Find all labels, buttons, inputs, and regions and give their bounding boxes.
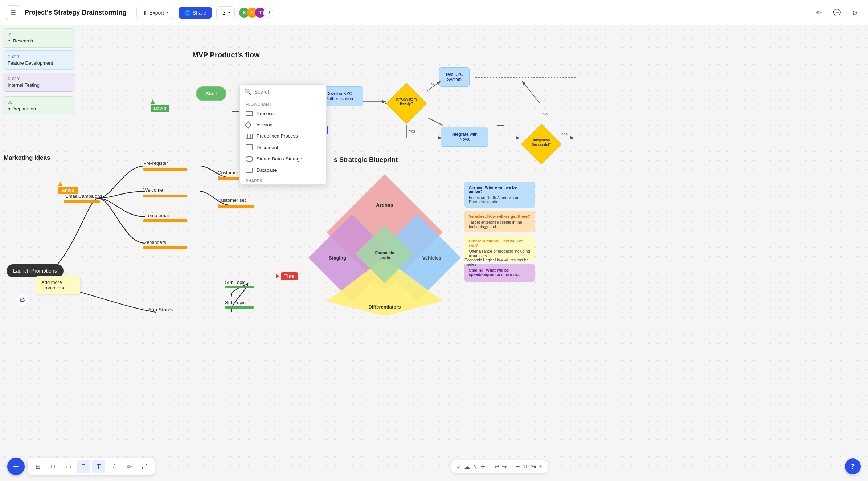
process-icon — [246, 111, 253, 116]
side-card-vehicles: Vehicles: How will we get there? Target … — [464, 211, 535, 232]
svg-line-11 — [427, 82, 440, 91]
svg-text:Integration: Integration — [533, 138, 550, 142]
toolbar: ☰ Project's Strategy Brainstorming ⬆ Exp… — [0, 0, 868, 25]
preregister-bar — [143, 168, 187, 171]
project-title: Project's Strategy Brainstorming — [25, 9, 126, 16]
marker-tool[interactable]: 🖊 — [138, 460, 151, 473]
export-icon: ⬆ — [143, 10, 147, 16]
help-button[interactable]: ? — [845, 458, 861, 474]
launch-promotions: Launch Promotions — [7, 264, 64, 277]
side-card-arenas-title: Arenas: Where will we be active? — [469, 185, 531, 194]
cursor-tina: Tina — [276, 272, 298, 280]
dropdown-stored-data[interactable]: Stored Data / Storage — [240, 153, 326, 164]
expand-icon[interactable]: ⤢ — [456, 463, 461, 470]
add-button[interactable]: + — [7, 458, 25, 475]
test-kyc-box: Test KYCSystem — [439, 67, 470, 87]
sub-topic-1: Sub Topic — [225, 280, 246, 285]
svg-text:Ready?: Ready? — [400, 102, 413, 106]
tina-cursor-label: Tina — [281, 272, 298, 280]
zoom-out-button[interactable]: − — [516, 462, 520, 471]
cursor-shiva: Shiva — [58, 182, 78, 194]
more-options-button[interactable]: ⋯ — [278, 6, 291, 19]
cloud-icon[interactable]: ☁ — [464, 463, 470, 470]
collaboration-button[interactable]: 🖱 ▾ — [216, 6, 235, 19]
david-cursor-arrow — [151, 99, 155, 104]
dropdown-document[interactable]: Document — [240, 142, 326, 153]
reminders-bar — [143, 246, 187, 249]
task-label: et Research — [8, 38, 70, 44]
dropdown-process[interactable]: Process — [240, 108, 326, 119]
zoom-controls: ⤢ ☁ ↖ ✛ ↩ ↪ − 100% + — [451, 460, 548, 473]
mm-reminders: Reminders — [143, 240, 166, 245]
hamburger-icon: ☰ — [10, 9, 16, 17]
avatar-count: +3 — [263, 8, 273, 18]
marketing-title: Marketing Ideas — [4, 154, 50, 162]
side-card-arenas: Arenas: Where will we be active? Focus o… — [464, 182, 535, 208]
sub-topic-bar-2 — [225, 306, 254, 309]
svg-text:Vehicles: Vehicles — [422, 255, 441, 261]
search-input-row[interactable]: 🔍 — [240, 85, 326, 99]
share-button[interactable]: 🌐 Share — [179, 7, 212, 19]
search-input[interactable] — [254, 89, 322, 95]
move-tool[interactable]: ✛ — [480, 463, 485, 470]
kyc-ready-diamond: KYCSystem Ready? — [385, 82, 428, 127]
cursor-tool[interactable]: ↖ — [473, 463, 478, 470]
share-label: Share — [193, 10, 206, 16]
text-tool[interactable]: T — [92, 460, 105, 473]
task-card-feature[interactable]: #10001 Feature Development — [3, 50, 75, 70]
sticky-settings-icon[interactable]: ⚙ — [16, 294, 28, 306]
zoom-in-button[interactable]: + — [539, 462, 543, 471]
dropdown-predefined[interactable]: Predefined Process — [240, 130, 326, 142]
sticky-add-promotional[interactable]: Add morePromotional — [36, 276, 80, 294]
svg-text:No: No — [542, 112, 548, 116]
stored-data-icon — [246, 156, 253, 162]
avatar-group: S A T +3 — [241, 8, 273, 18]
svg-line-3 — [428, 118, 443, 125]
welcome-bar — [143, 195, 187, 197]
pen-tool[interactable]: ✏ — [123, 460, 136, 473]
divider-2 — [511, 463, 511, 470]
mm-promo: Promo email — [143, 213, 170, 218]
svg-text:Differentiators: Differentiators — [369, 304, 401, 310]
frame-tool[interactable]: ⊟ — [31, 460, 44, 473]
line-tool[interactable]: / — [107, 460, 120, 473]
export-label: Export — [149, 10, 164, 16]
svg-text:Staging: Staging — [329, 255, 346, 261]
task-num: 01 — [8, 32, 70, 37]
task-card-prep[interactable]: 01 h Preparation — [3, 96, 75, 115]
emoji-cursor-icon: 🖱 — [221, 9, 227, 16]
app-stores-label: App Stores — [148, 307, 173, 313]
menu-button[interactable]: ☰ — [6, 5, 20, 20]
side-card-staging: Staging: What will be speed/sequence of … — [464, 264, 535, 282]
redo-button[interactable]: ↪ — [502, 463, 507, 470]
settings-icon-button[interactable]: ⚙ — [848, 5, 862, 20]
side-card-vehicles-body: Target enterprise clients in the technol… — [469, 220, 531, 229]
chevron-down-icon-2: ▾ — [228, 11, 230, 15]
cursor-david: David — [151, 99, 169, 112]
export-button[interactable]: ⬆ Export ▾ — [136, 7, 174, 19]
side-card-diff-body: Offer a range of products including clou… — [469, 249, 531, 258]
rounded-rect-tool[interactable]: ▭ — [62, 460, 75, 473]
task-label-3: Internal Testing — [8, 82, 70, 88]
dropdown-database[interactable]: Database — [240, 164, 326, 176]
rect-tool[interactable]: □ — [46, 460, 60, 473]
task-card-research[interactable]: 01 et Research — [3, 28, 75, 48]
dropdown-decision[interactable]: Decision — [240, 119, 326, 130]
bottom-center-tools: ⤢ ☁ ↖ ✛ ↩ ↪ − 100% + — [451, 460, 548, 473]
mvp-section-title: MVP Product's flow — [192, 51, 260, 59]
sticky-tool[interactable]: 🗒 — [77, 460, 90, 473]
comment-icon-button[interactable]: 💬 — [830, 5, 844, 20]
svg-line-20 — [523, 82, 540, 103]
sub-topic-bar-1 — [225, 286, 254, 288]
shiva-cursor-label: Shiva — [58, 187, 78, 194]
edit-icon-button[interactable]: ✏ — [811, 5, 826, 20]
database-icon — [246, 168, 253, 173]
svg-text:No: No — [430, 82, 435, 86]
undo-button[interactable]: ↩ — [494, 463, 499, 470]
globe-icon: 🌐 — [184, 10, 191, 16]
search-dropdown: 🔍 Flowchart Process Decision Predefined … — [239, 84, 327, 185]
task-card-testing[interactable]: #10001 Internal Testing — [3, 73, 75, 92]
task-num-3: #10001 — [8, 77, 70, 81]
cs2-bar — [218, 205, 254, 208]
svg-text:Yes: Yes — [409, 129, 415, 133]
